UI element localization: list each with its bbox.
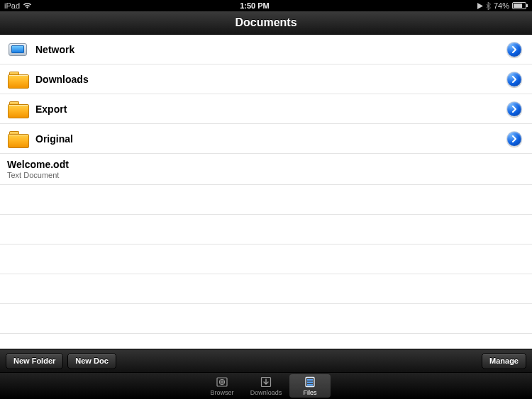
svg-rect-2 bbox=[514, 4, 522, 8]
list-item-original[interactable]: Original bbox=[0, 124, 532, 154]
bluetooth-icon bbox=[486, 2, 491, 10]
globe-icon bbox=[216, 376, 228, 388]
list-item-export[interactable]: Export bbox=[0, 94, 532, 124]
manage-button[interactable]: Manage bbox=[482, 353, 526, 369]
folder-icon bbox=[7, 100, 28, 118]
new-doc-button[interactable]: New Doc bbox=[67, 353, 116, 369]
empty-row bbox=[0, 274, 532, 304]
svg-rect-9 bbox=[307, 384, 313, 386]
disclosure-icon[interactable] bbox=[506, 42, 522, 57]
empty-row bbox=[0, 334, 532, 349]
svg-rect-8 bbox=[307, 382, 313, 383]
tab-files[interactable]: Files bbox=[289, 374, 331, 398]
disclosure-icon[interactable] bbox=[506, 72, 522, 87]
folder-icon bbox=[7, 70, 28, 89]
svg-rect-1 bbox=[526, 4, 528, 7]
folder-icon bbox=[7, 130, 28, 148]
file-list: Network Downloads Export Original Welcom… bbox=[0, 35, 532, 349]
bottom-toolbar: New Folder New Doc Manage bbox=[0, 349, 532, 372]
wifi-icon bbox=[23, 2, 32, 9]
list-item-network[interactable]: Network bbox=[0, 35, 532, 64]
tab-label: Files bbox=[303, 389, 316, 396]
tab-bar: Browser Downloads Files bbox=[0, 372, 532, 399]
play-icon bbox=[477, 3, 483, 9]
network-drive-icon bbox=[7, 40, 28, 59]
carrier-label: iPad bbox=[4, 1, 20, 10]
clock-label: 1:50 PM bbox=[32, 1, 477, 10]
empty-row bbox=[0, 304, 532, 334]
file-subtitle: Text Document bbox=[7, 171, 525, 179]
files-icon bbox=[304, 376, 316, 388]
page-title: Documents bbox=[235, 16, 297, 29]
tab-browser[interactable]: Browser bbox=[201, 374, 243, 398]
tab-downloads[interactable]: Downloads bbox=[245, 374, 287, 398]
disclosure-icon[interactable] bbox=[506, 101, 522, 117]
empty-row bbox=[0, 215, 532, 245]
disclosure-icon[interactable] bbox=[506, 131, 522, 147]
list-item-label: Export bbox=[35, 103, 506, 115]
list-item-label: Network bbox=[35, 44, 506, 55]
download-icon bbox=[260, 376, 272, 388]
battery-percent: 74% bbox=[494, 1, 509, 10]
list-item-label: Downloads bbox=[35, 74, 506, 85]
empty-row bbox=[0, 245, 532, 274]
list-item-file[interactable]: Welcome.odt Text Document bbox=[0, 154, 532, 185]
status-bar: iPad 1:50 PM 74% bbox=[0, 0, 532, 11]
list-item-label: Original bbox=[35, 133, 506, 145]
navbar: Documents bbox=[0, 11, 532, 35]
empty-row bbox=[0, 185, 532, 215]
tab-label: Browser bbox=[210, 389, 233, 396]
list-item-downloads[interactable]: Downloads bbox=[0, 64, 532, 94]
new-folder-button[interactable]: New Folder bbox=[6, 353, 63, 369]
svg-rect-7 bbox=[307, 379, 313, 381]
battery-icon bbox=[512, 2, 528, 9]
tab-label: Downloads bbox=[250, 389, 282, 396]
file-name: Welcome.odt bbox=[7, 159, 525, 170]
